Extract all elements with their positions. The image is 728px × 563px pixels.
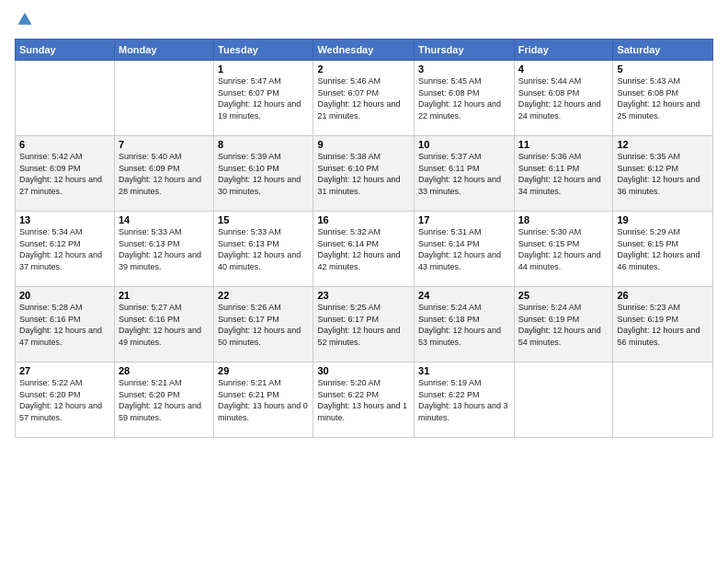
day-detail: Sunrise: 5:35 AM Sunset: 6:12 PM Dayligh…: [617, 151, 709, 197]
day-number: 19: [617, 214, 709, 225]
day-detail: Sunrise: 5:47 AM Sunset: 6:07 PM Dayligh…: [218, 75, 309, 121]
calendar-week-row: 6Sunrise: 5:42 AM Sunset: 6:09 PM Daylig…: [16, 136, 713, 212]
day-detail: Sunrise: 5:32 AM Sunset: 6:14 PM Dayligh…: [317, 226, 410, 272]
calendar-cell: 24Sunrise: 5:24 AM Sunset: 6:18 PM Dayli…: [415, 287, 515, 362]
calendar-week-row: 27Sunrise: 5:22 AM Sunset: 6:20 PM Dayli…: [16, 362, 713, 438]
calendar-week-row: 1Sunrise: 5:47 AM Sunset: 6:07 PM Daylig…: [16, 61, 713, 136]
day-number: 9: [317, 139, 410, 150]
day-detail: Sunrise: 5:29 AM Sunset: 6:15 PM Dayligh…: [617, 226, 709, 272]
calendar-cell: [514, 362, 613, 438]
calendar-cell: [613, 362, 713, 438]
calendar-weekday-sunday: Sunday: [16, 40, 115, 61]
day-number: 11: [518, 139, 609, 150]
calendar-cell: 31Sunrise: 5:19 AM Sunset: 6:22 PM Dayli…: [415, 362, 515, 438]
day-number: 17: [418, 214, 510, 225]
calendar-weekday-thursday: Thursday: [415, 40, 515, 61]
day-number: 5: [617, 63, 709, 75]
day-detail: Sunrise: 5:19 AM Sunset: 6:22 PM Dayligh…: [418, 377, 510, 423]
calendar-weekday-tuesday: Tuesday: [214, 40, 313, 61]
day-detail: Sunrise: 5:40 AM Sunset: 6:09 PM Dayligh…: [119, 151, 210, 197]
calendar-cell: 29Sunrise: 5:21 AM Sunset: 6:21 PM Dayli…: [214, 362, 313, 438]
day-number: 8: [218, 139, 309, 150]
calendar-cell: 2Sunrise: 5:46 AM Sunset: 6:07 PM Daylig…: [313, 61, 415, 136]
day-detail: Sunrise: 5:34 AM Sunset: 6:12 PM Dayligh…: [19, 226, 110, 272]
calendar-cell: 15Sunrise: 5:33 AM Sunset: 6:13 PM Dayli…: [214, 212, 313, 287]
day-number: 31: [418, 365, 510, 376]
day-number: 12: [617, 139, 709, 150]
day-number: 24: [418, 290, 510, 301]
calendar-cell: 30Sunrise: 5:20 AM Sunset: 6:22 PM Dayli…: [313, 362, 415, 438]
day-number: 3: [418, 63, 510, 75]
calendar-cell: 28Sunrise: 5:21 AM Sunset: 6:20 PM Dayli…: [114, 362, 213, 438]
day-detail: Sunrise: 5:27 AM Sunset: 6:16 PM Dayligh…: [119, 302, 210, 348]
day-number: 18: [518, 214, 609, 225]
day-number: 10: [418, 139, 510, 150]
day-detail: Sunrise: 5:30 AM Sunset: 6:15 PM Dayligh…: [518, 226, 609, 272]
day-number: 16: [317, 214, 410, 225]
day-detail: Sunrise: 5:21 AM Sunset: 6:20 PM Dayligh…: [119, 377, 210, 423]
day-detail: Sunrise: 5:22 AM Sunset: 6:20 PM Dayligh…: [19, 377, 110, 423]
day-number: 20: [19, 290, 110, 301]
day-number: 1: [218, 63, 309, 75]
day-detail: Sunrise: 5:46 AM Sunset: 6:07 PM Dayligh…: [317, 75, 410, 121]
day-number: 4: [518, 63, 609, 75]
day-number: 14: [119, 214, 210, 225]
calendar-table: SundayMondayTuesdayWednesdayThursdayFrid…: [15, 39, 713, 438]
calendar-cell: 16Sunrise: 5:32 AM Sunset: 6:14 PM Dayli…: [313, 212, 415, 287]
calendar-weekday-monday: Monday: [114, 40, 213, 61]
logo: [15, 11, 35, 31]
calendar-cell: 10Sunrise: 5:37 AM Sunset: 6:11 PM Dayli…: [415, 136, 515, 212]
day-detail: Sunrise: 5:39 AM Sunset: 6:10 PM Dayligh…: [218, 151, 309, 197]
day-detail: Sunrise: 5:36 AM Sunset: 6:11 PM Dayligh…: [518, 151, 609, 197]
day-number: 28: [119, 365, 210, 376]
day-number: 15: [218, 214, 309, 225]
calendar-week-row: 20Sunrise: 5:28 AM Sunset: 6:16 PM Dayli…: [16, 287, 713, 362]
calendar-header-row: SundayMondayTuesdayWednesdayThursdayFrid…: [16, 40, 713, 61]
calendar-cell: 20Sunrise: 5:28 AM Sunset: 6:16 PM Dayli…: [16, 287, 115, 362]
calendar-weekday-wednesday: Wednesday: [313, 40, 415, 61]
page: SundayMondayTuesdayWednesdayThursdayFrid…: [0, 0, 728, 563]
day-detail: Sunrise: 5:37 AM Sunset: 6:11 PM Dayligh…: [418, 151, 510, 197]
day-detail: Sunrise: 5:23 AM Sunset: 6:19 PM Dayligh…: [617, 302, 709, 348]
day-detail: Sunrise: 5:24 AM Sunset: 6:18 PM Dayligh…: [418, 302, 510, 348]
day-detail: Sunrise: 5:28 AM Sunset: 6:16 PM Dayligh…: [19, 302, 110, 348]
day-detail: Sunrise: 5:20 AM Sunset: 6:22 PM Dayligh…: [317, 377, 410, 423]
day-number: 29: [218, 365, 309, 376]
day-number: 21: [119, 290, 210, 301]
day-detail: Sunrise: 5:43 AM Sunset: 6:08 PM Dayligh…: [617, 75, 709, 121]
day-number: 30: [317, 365, 410, 376]
day-number: 7: [119, 139, 210, 150]
calendar-cell: 27Sunrise: 5:22 AM Sunset: 6:20 PM Dayli…: [16, 362, 115, 438]
day-number: 26: [617, 290, 709, 301]
day-number: 23: [317, 290, 410, 301]
calendar-weekday-saturday: Saturday: [613, 40, 713, 61]
calendar-cell: 14Sunrise: 5:33 AM Sunset: 6:13 PM Dayli…: [114, 212, 213, 287]
day-detail: Sunrise: 5:45 AM Sunset: 6:08 PM Dayligh…: [418, 75, 510, 121]
day-number: 25: [518, 290, 609, 301]
calendar-cell: [114, 61, 213, 136]
calendar-cell: 6Sunrise: 5:42 AM Sunset: 6:09 PM Daylig…: [16, 136, 115, 212]
calendar-week-row: 13Sunrise: 5:34 AM Sunset: 6:12 PM Dayli…: [16, 212, 713, 287]
day-number: 27: [19, 365, 110, 376]
calendar-cell: 4Sunrise: 5:44 AM Sunset: 6:08 PM Daylig…: [514, 61, 613, 136]
calendar-cell: 21Sunrise: 5:27 AM Sunset: 6:16 PM Dayli…: [114, 287, 213, 362]
day-detail: Sunrise: 5:31 AM Sunset: 6:14 PM Dayligh…: [418, 226, 510, 272]
day-detail: Sunrise: 5:25 AM Sunset: 6:17 PM Dayligh…: [317, 302, 410, 348]
calendar-cell: 1Sunrise: 5:47 AM Sunset: 6:07 PM Daylig…: [214, 61, 313, 136]
calendar-cell: 23Sunrise: 5:25 AM Sunset: 6:17 PM Dayli…: [313, 287, 415, 362]
logo-icon: [17, 11, 33, 28]
calendar-cell: 22Sunrise: 5:26 AM Sunset: 6:17 PM Dayli…: [214, 287, 313, 362]
calendar-cell: 3Sunrise: 5:45 AM Sunset: 6:08 PM Daylig…: [415, 61, 515, 136]
calendar-cell: 26Sunrise: 5:23 AM Sunset: 6:19 PM Dayli…: [613, 287, 713, 362]
calendar-cell: 7Sunrise: 5:40 AM Sunset: 6:09 PM Daylig…: [114, 136, 213, 212]
calendar-cell: 5Sunrise: 5:43 AM Sunset: 6:08 PM Daylig…: [613, 61, 713, 136]
day-number: 22: [218, 290, 309, 301]
day-detail: Sunrise: 5:21 AM Sunset: 6:21 PM Dayligh…: [218, 377, 309, 423]
calendar-cell: [16, 61, 115, 136]
day-detail: Sunrise: 5:33 AM Sunset: 6:13 PM Dayligh…: [218, 226, 309, 272]
calendar-cell: 8Sunrise: 5:39 AM Sunset: 6:10 PM Daylig…: [214, 136, 313, 212]
calendar-cell: 18Sunrise: 5:30 AM Sunset: 6:15 PM Dayli…: [514, 212, 613, 287]
day-detail: Sunrise: 5:33 AM Sunset: 6:13 PM Dayligh…: [119, 226, 210, 272]
day-detail: Sunrise: 5:44 AM Sunset: 6:08 PM Dayligh…: [518, 75, 609, 121]
calendar-cell: 25Sunrise: 5:24 AM Sunset: 6:19 PM Dayli…: [514, 287, 613, 362]
